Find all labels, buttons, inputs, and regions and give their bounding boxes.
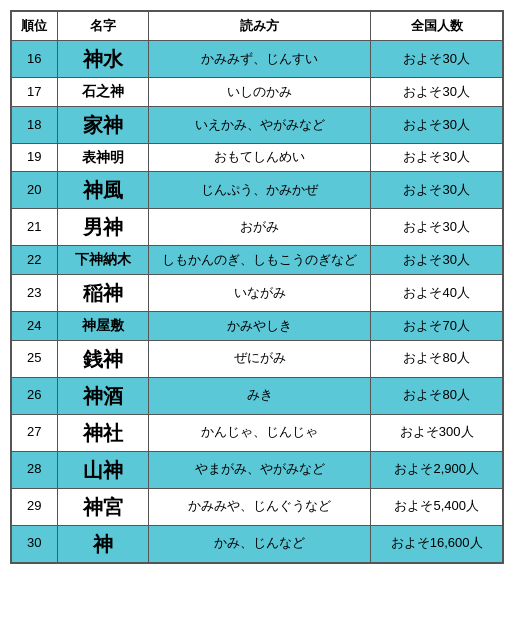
cell-name: 神水 [57, 41, 148, 78]
name-text: 神 [93, 533, 113, 555]
name-text: 神社 [83, 422, 123, 444]
cell-name: 神風 [57, 172, 148, 209]
cell-reading: おがみ [148, 209, 371, 246]
cell-count: およそ30人 [371, 172, 503, 209]
name-text: 銭神 [83, 348, 123, 370]
name-text: 山神 [83, 459, 123, 481]
cell-count: およそ300人 [371, 414, 503, 451]
cell-count: およそ30人 [371, 209, 503, 246]
cell-count: およそ30人 [371, 106, 503, 143]
cell-count: およそ5,400人 [371, 488, 503, 525]
table-row: 28山神やまがみ、やがみなどおよそ2,900人 [12, 451, 503, 488]
name-text: 表神明 [82, 149, 124, 165]
cell-name: 山神 [57, 451, 148, 488]
cell-name: 神宮 [57, 488, 148, 525]
name-text: 神水 [83, 48, 123, 70]
cell-reading: いながみ [148, 274, 371, 311]
cell-count: およそ80人 [371, 377, 503, 414]
header-name: 名字 [57, 12, 148, 41]
cell-count: およそ30人 [371, 143, 503, 172]
cell-count: およそ30人 [371, 78, 503, 107]
table-row: 23稲神いながみおよそ40人 [12, 274, 503, 311]
header-count: 全国人数 [371, 12, 503, 41]
cell-count: およそ30人 [371, 246, 503, 275]
cell-rank: 21 [12, 209, 58, 246]
cell-reading: じんぷう、かみかぜ [148, 172, 371, 209]
table-row: 29神宮かみみや、じんぐうなどおよそ5,400人 [12, 488, 503, 525]
cell-reading: いしのかみ [148, 78, 371, 107]
cell-count: およそ16,600人 [371, 525, 503, 562]
cell-reading: しもかんのぎ、しもこうのぎなど [148, 246, 371, 275]
cell-count: およそ2,900人 [371, 451, 503, 488]
cell-rank: 23 [12, 274, 58, 311]
cell-reading: かみ、じんなど [148, 525, 371, 562]
cell-reading: かみみや、じんぐうなど [148, 488, 371, 525]
name-text: 神屋敷 [82, 317, 124, 333]
cell-rank: 26 [12, 377, 58, 414]
cell-name: 銭神 [57, 340, 148, 377]
cell-rank: 19 [12, 143, 58, 172]
cell-rank: 17 [12, 78, 58, 107]
cell-count: およそ30人 [371, 41, 503, 78]
cell-rank: 27 [12, 414, 58, 451]
table-row: 25銭神ぜにがみおよそ80人 [12, 340, 503, 377]
table-row: 20神風じんぷう、かみかぜおよそ30人 [12, 172, 503, 209]
cell-name: 神屋敷 [57, 311, 148, 340]
table-row: 21男神おがみおよそ30人 [12, 209, 503, 246]
name-text: 下神納木 [75, 251, 131, 267]
cell-reading: みき [148, 377, 371, 414]
cell-name: 男神 [57, 209, 148, 246]
name-text: 神宮 [83, 496, 123, 518]
cell-reading: ぜにがみ [148, 340, 371, 377]
cell-rank: 24 [12, 311, 58, 340]
cell-count: およそ40人 [371, 274, 503, 311]
cell-reading: かみやしき [148, 311, 371, 340]
table-row: 22下神納木しもかんのぎ、しもこうのぎなどおよそ30人 [12, 246, 503, 275]
cell-reading: かみみず、じんすい [148, 41, 371, 78]
cell-rank: 16 [12, 41, 58, 78]
header-rank: 順位 [12, 12, 58, 41]
ranking-table: 順位 名字 読み方 全国人数 16神水かみみず、じんすいおよそ30人17石之神い… [11, 11, 503, 563]
cell-name: 下神納木 [57, 246, 148, 275]
table-row: 24神屋敷かみやしきおよそ70人 [12, 311, 503, 340]
name-text: 家神 [83, 114, 123, 136]
cell-name: 稲神 [57, 274, 148, 311]
cell-count: およそ80人 [371, 340, 503, 377]
cell-reading: かんじゃ、じんじゃ [148, 414, 371, 451]
table-row: 30神かみ、じんなどおよそ16,600人 [12, 525, 503, 562]
table-row: 19表神明おもてしんめいおよそ30人 [12, 143, 503, 172]
table-row: 16神水かみみず、じんすいおよそ30人 [12, 41, 503, 78]
cell-name: 表神明 [57, 143, 148, 172]
cell-rank: 30 [12, 525, 58, 562]
table-row: 17石之神いしのかみおよそ30人 [12, 78, 503, 107]
name-text: 神酒 [83, 385, 123, 407]
cell-rank: 18 [12, 106, 58, 143]
table-row: 26神酒みきおよそ80人 [12, 377, 503, 414]
name-text: 男神 [83, 216, 123, 238]
header-reading: 読み方 [148, 12, 371, 41]
cell-rank: 22 [12, 246, 58, 275]
cell-name: 家神 [57, 106, 148, 143]
main-table-container: 順位 名字 読み方 全国人数 16神水かみみず、じんすいおよそ30人17石之神い… [10, 10, 504, 564]
name-text: 石之神 [82, 83, 124, 99]
cell-reading: やまがみ、やがみなど [148, 451, 371, 488]
table-row: 18家神いえかみ、やがみなどおよそ30人 [12, 106, 503, 143]
cell-name: 神酒 [57, 377, 148, 414]
cell-rank: 28 [12, 451, 58, 488]
cell-count: およそ70人 [371, 311, 503, 340]
cell-reading: いえかみ、やがみなど [148, 106, 371, 143]
header-row: 順位 名字 読み方 全国人数 [12, 12, 503, 41]
name-text: 稲神 [83, 282, 123, 304]
table-row: 27神社かんじゃ、じんじゃおよそ300人 [12, 414, 503, 451]
cell-rank: 25 [12, 340, 58, 377]
cell-rank: 20 [12, 172, 58, 209]
cell-name: 石之神 [57, 78, 148, 107]
cell-name: 神社 [57, 414, 148, 451]
cell-rank: 29 [12, 488, 58, 525]
cell-reading: おもてしんめい [148, 143, 371, 172]
cell-name: 神 [57, 525, 148, 562]
name-text: 神風 [83, 179, 123, 201]
